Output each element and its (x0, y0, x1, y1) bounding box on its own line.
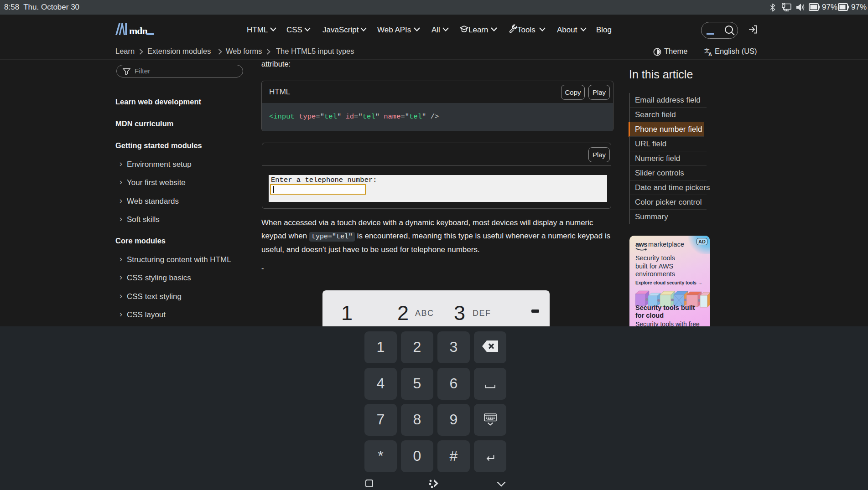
svg-text:A: A (708, 52, 712, 57)
